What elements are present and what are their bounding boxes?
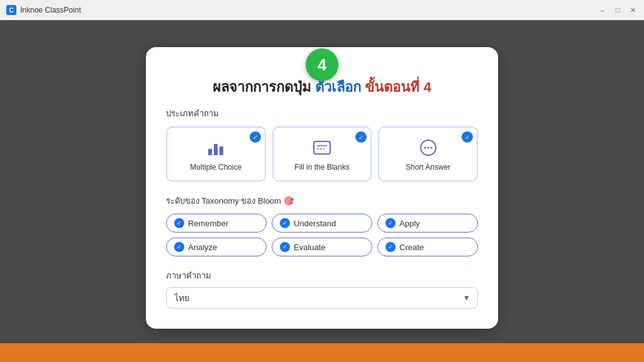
taxonomy-grid: ✓ Remember ✓ Understand ✓ Apply ✓ Analyz… [166,214,478,256]
language-section: ภาษาคำถาม ไทย English ▼ [166,269,478,309]
svg-point-9 [430,147,432,149]
close-button[interactable]: ✕ [628,5,638,15]
bottom-bar [0,343,644,362]
evaluate-label: Evaluate [294,243,326,252]
svg-point-8 [427,147,429,149]
analyze-label: Analyze [188,243,217,252]
remember-check-icon: ✓ [174,218,184,228]
evaluate-check-icon: ✓ [280,242,290,252]
analyze-check-icon: ✓ [174,242,184,252]
apply-label: Apply [399,219,420,228]
question-type-section-label: ประเภทคำถาม [166,107,478,120]
svg-rect-0 [208,149,212,155]
language-select-wrapper: ไทย English ▼ [166,287,478,309]
multiple-choice-label: Multiple Choice [190,163,242,172]
taxonomy-section: ระดับของ Taxonomy ของ Bloom 🎯 ✓ Remember… [166,194,478,256]
svg-point-7 [424,147,426,149]
question-type-fill-blanks[interactable]: ✓ Fill in the Blanks [272,126,372,182]
language-section-label: ภาษาคำถาม [166,269,478,282]
question-type-short-answer[interactable]: ✓ Short Answer [378,126,478,182]
window-controls: – □ ✕ [597,5,638,15]
taxonomy-analyze[interactable]: ✓ Analyze [166,238,267,256]
taxonomy-understand[interactable]: ✓ Understand [272,214,372,233]
multiple-choice-check: ✓ [250,131,261,143]
title-bar: C Inknoe ClassPoint – □ ✕ [0,0,644,20]
short-answer-label: Short Answer [406,163,450,172]
question-type-multiple-choice[interactable]: ✓ Multiple Choice [166,126,266,182]
fill-blanks-check: ✓ [355,131,367,143]
question-type-grid: ✓ Multiple Choice ✓ [166,126,478,182]
settings-card: ตัวเลือก ผลจากการกดปุ่ม ตัวเลือก ขั้นตอน… [146,47,498,329]
card-heading: ผลจากการกดปุ่ม ตัวเลือก ขั้นตอนที่ 4 [166,79,478,96]
maximize-button[interactable]: □ [613,5,623,15]
minimize-button[interactable]: – [597,5,608,15]
create-label: Create [399,243,424,252]
bar-chart-icon [204,136,227,159]
taxonomy-remember[interactable]: ✓ Remember [166,214,267,233]
taxonomy-section-label: ระดับของ Taxonomy ของ Bloom 🎯 [166,194,478,207]
taxonomy-create[interactable]: ✓ Create [377,238,478,256]
step-number: 4 [318,55,326,75]
fill-blanks-label: Fill in the Blanks [294,163,349,172]
language-select[interactable]: ไทย English [166,287,478,309]
understand-label: Understand [294,219,336,228]
short-answer-check: ✓ [462,131,473,143]
svg-rect-1 [214,144,218,155]
step-badge: 4 [306,48,338,81]
create-check-icon: ✓ [386,242,396,252]
heading-part1: ผลจากการกดปุ่ม [213,79,311,95]
svg-rect-2 [219,146,223,155]
heading-part2: ตัวเลือก [315,79,361,95]
fill-blanks-icon [311,136,333,159]
remember-label: Remember [188,219,228,228]
app-icon: C [6,5,16,15]
heading-part3: ขั้นตอนที่ 4 [365,79,431,95]
taxonomy-evaluate[interactable]: ✓ Evaluate [272,238,372,256]
understand-check-icon: ✓ [280,218,290,228]
svg-rect-3 [314,141,330,154]
taxonomy-apply[interactable]: ✓ Apply [377,214,478,233]
apply-check-icon: ✓ [386,218,396,228]
main-content: 4 ตัวเลือก ผลจากการกดปุ่ม ตัวเลือก ขั้นต… [0,20,644,343]
short-answer-icon [417,136,440,159]
app-title: Inknoe ClassPoint [20,6,597,14]
